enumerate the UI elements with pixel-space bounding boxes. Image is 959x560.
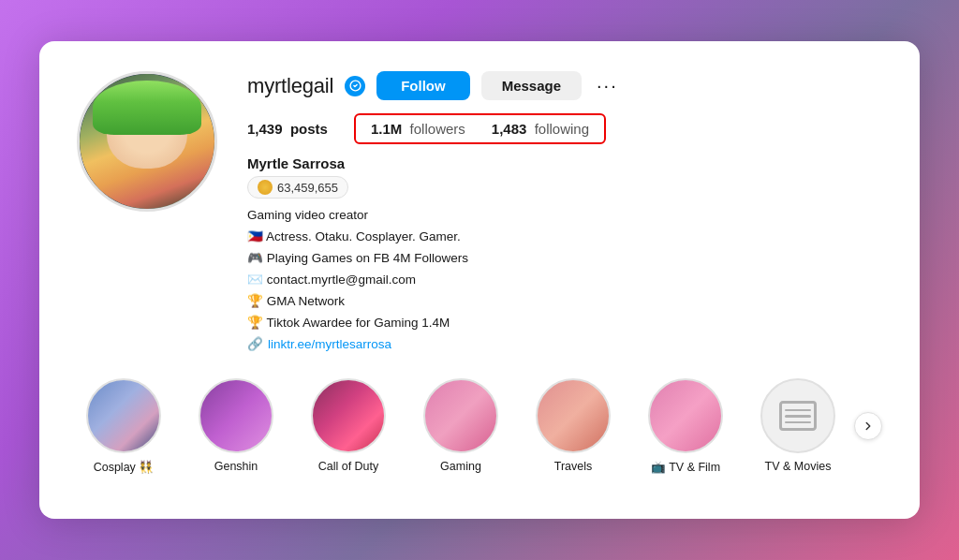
highlighted-stats: 1.1M followers 1,483 following [354, 113, 606, 144]
highlight-tvfilm[interactable]: 📺 TV & Film [639, 378, 732, 474]
username-row: myrtlegail Follow Message ··· [247, 71, 882, 100]
bio-text-6: 🏆 Tiktok Awardee for Gaming 1.4M [247, 314, 450, 333]
posts-stat[interactable]: 1,439 posts [247, 121, 328, 137]
bio-text-1: Gaming video creator [247, 206, 368, 226]
avatar[interactable] [77, 71, 217, 212]
bio-link[interactable]: linktr.ee/myrtlesarrosa [268, 335, 391, 355]
bio-line-3: 🎮 Playing Games on FB 4M Followers [247, 249, 882, 269]
followers-stat[interactable]: 1.1M followers [371, 121, 465, 137]
bio-text-2: 🇵🇭 Actress. Otaku. Cosplayer. Gamer. [247, 228, 461, 247]
following-stat[interactable]: 1,483 following [492, 121, 589, 137]
highlight-tvmovies[interactable]: TV & Movies [751, 378, 845, 474]
bio-line-link: 🔗 linktr.ee/myrtlesarrosa [247, 335, 882, 355]
link-icon: 🔗 [247, 335, 263, 355]
posts-count: 1,439 [247, 121, 283, 137]
highlights-section: Cosplay 👯 Genshin Call of Duty Gaming Tr… [77, 378, 882, 474]
bio-line-4: ✉️ contact.myrtle@gmail.com [247, 271, 882, 290]
profile-section: myrtlegail Follow Message ··· 1,439 post… [77, 71, 882, 356]
verified-icon [349, 80, 361, 92]
profile-card: myrtlegail Follow Message ··· 1,439 post… [39, 41, 920, 519]
bio: Gaming video creator 🇵🇭 Actress. Otaku. … [247, 206, 882, 354]
coins-icon [258, 180, 273, 195]
bio-text-5: 🏆 GMA Network [247, 292, 345, 312]
bio-text-4: ✉️ contact.myrtle@gmail.com [247, 271, 416, 290]
highlight-circle-gaming [423, 378, 498, 453]
highlight-circle-tvfilm [648, 378, 723, 453]
highlight-circle-travels [536, 378, 611, 453]
bio-line-5: 🏆 GMA Network [247, 292, 882, 312]
highlight-travels[interactable]: Travels [526, 378, 620, 474]
message-button[interactable]: Message [481, 71, 582, 100]
verified-badge [345, 76, 365, 96]
highlight-gaming[interactable]: Gaming [414, 378, 508, 474]
coins-count: 63,459,655 [277, 181, 338, 195]
highlight-label-tvfilm: 📺 TV & Film [651, 460, 720, 474]
followers-count: 1.1M [371, 121, 402, 137]
highlight-label-gaming: Gaming [440, 460, 481, 473]
highlight-label-travels: Travels [554, 460, 593, 473]
avatar-image [80, 74, 214, 209]
profile-info: myrtlegail Follow Message ··· 1,439 post… [247, 71, 882, 356]
username: myrtlegail [247, 74, 333, 98]
highlights-next-button[interactable] [854, 412, 882, 440]
following-label: following [535, 121, 589, 137]
highlight-circle-cosplay [86, 378, 161, 453]
highlight-label-tvmovies: TV & Movies [765, 460, 832, 473]
tvmovies-line-2 [785, 415, 811, 418]
bio-line-2: 🇵🇭 Actress. Otaku. Cosplayer. Gamer. [247, 228, 882, 247]
followers-label: followers [410, 121, 465, 137]
highlight-circle-tvmovies [760, 378, 835, 453]
highlight-label-cosplay: Cosplay 👯 [94, 460, 155, 474]
chevron-right-icon [862, 420, 875, 433]
bio-line-6: 🏆 Tiktok Awardee for Gaming 1.4M [247, 314, 882, 333]
full-name: Myrtle Sarrosa [247, 155, 882, 171]
follow-button[interactable]: Follow [376, 71, 470, 100]
highlight-cosplay[interactable]: Cosplay 👯 [77, 378, 170, 474]
tvmovies-line-3 [785, 421, 811, 424]
highlight-cod[interactable]: Call of Duty [302, 378, 395, 474]
bio-text-3: 🎮 Playing Games on FB 4M Followers [247, 249, 468, 269]
posts-label: posts [290, 121, 328, 137]
coins-badge[interactable]: 63,459,655 [247, 176, 348, 199]
following-count: 1,483 [492, 121, 527, 137]
more-options-button[interactable]: ··· [593, 75, 622, 96]
highlight-genshin[interactable]: Genshin [189, 378, 283, 474]
highlight-circle-cod [311, 378, 386, 453]
tvmovies-icon [779, 401, 817, 431]
highlight-circle-genshin [199, 378, 273, 453]
bio-line-1: Gaming video creator [247, 206, 882, 226]
highlights-scroll: Cosplay 👯 Genshin Call of Duty Gaming Tr… [77, 378, 850, 474]
highlight-label-cod: Call of Duty [318, 460, 379, 473]
highlight-label-genshin: Genshin [214, 460, 258, 473]
stats-row: 1,439 posts 1.1M followers 1,483 followi… [247, 113, 882, 144]
tvmovies-line-1 [785, 409, 811, 412]
